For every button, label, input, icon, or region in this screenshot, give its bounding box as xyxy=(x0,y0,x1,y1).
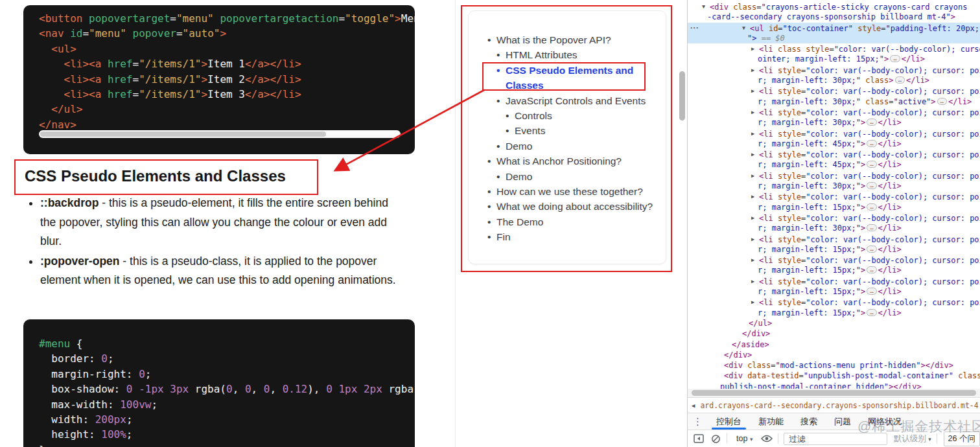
toc-item[interactable]: Events xyxy=(505,123,662,138)
toc-item[interactable]: Controls xyxy=(505,108,662,123)
page-root: <button popovertarget="menu" popovertarg… xyxy=(0,0,980,447)
tree-line[interactable]: <div data-testid="unpublish-post-modal-c… xyxy=(688,371,980,381)
toc-item[interactable]: HTML Attributes xyxy=(496,47,662,62)
tree-line[interactable]: r; margin-left: 30px;">…</li> xyxy=(688,181,980,191)
tree-line[interactable]: ▶<li style="color: var(--body-color); cu… xyxy=(688,212,980,223)
tree-line[interactable]: publish-post-modal-container hidden"></d… xyxy=(688,382,980,389)
console-tab[interactable]: 问题 xyxy=(826,413,859,430)
code-line: <ul> xyxy=(39,41,415,56)
column-divider xyxy=(455,0,456,447)
context-selector[interactable]: top ▾ xyxy=(736,434,752,443)
console-tab[interactable]: 控制台 xyxy=(708,413,750,430)
tree-line[interactable]: ▶<li style="color: var(--body-color); cu… xyxy=(688,107,980,117)
more-actions-icon[interactable]: ··· xyxy=(690,23,699,32)
tree-line[interactable]: r; margin-left: 30px;">…</li> xyxy=(688,117,980,128)
breadcrumb-parent-node[interactable]: ard.crayons-card--secondary.crayons-spon… xyxy=(700,401,978,410)
toc-item[interactable]: What is Anchor Positioning? xyxy=(487,154,662,168)
tree-line[interactable]: r; margin-left: 15px;">…</li> xyxy=(688,265,980,275)
section-heading: CSS Pseudo Elements and Classes xyxy=(25,167,286,185)
page-scrollbar[interactable] xyxy=(679,71,685,120)
code-line: width: 200px; xyxy=(39,412,415,427)
tree-line[interactable]: r; margin-left: 15px;">…</li> xyxy=(688,244,980,255)
toc-item[interactable]: The Demo xyxy=(487,214,662,229)
tree-line[interactable]: </aside> xyxy=(688,339,980,350)
code-line: height: 100%; xyxy=(39,427,415,442)
tree-line[interactable]: ▶<li style="color: var(--body-color); cu… xyxy=(688,234,980,244)
toc-item[interactable]: What is the Popover API? xyxy=(487,32,662,47)
code-line: <li><a href="/items/1">Item 1</a></li> xyxy=(39,56,415,71)
tree-line[interactable]: ▶<li style="color: var(--body-color); cu… xyxy=(688,191,980,201)
code-horizontal-scrollbar[interactable] xyxy=(39,130,401,138)
console-sidebar-icon[interactable] xyxy=(693,432,705,445)
tree-line[interactable]: ▼<div class="crayons-article-sticky cray… xyxy=(688,1,980,12)
toc-item[interactable]: Fin xyxy=(487,229,662,244)
tree-line[interactable]: ▶<li class style="color: var(--body-colo… xyxy=(688,43,980,54)
toc-item-active[interactable]: CSS Pseudo Elements and Classes xyxy=(496,63,635,93)
console-tab[interactable]: 搜索 xyxy=(792,413,826,430)
tree-line[interactable]: ▶<li style="color: var(--body-color); cu… xyxy=(688,86,980,96)
breadcrumb: ◀ ard.crayons-card--secondary.crayons-sp… xyxy=(688,397,980,413)
html-code-block: <button popovertarget="menu" popovertarg… xyxy=(23,5,415,154)
tree-line[interactable]: r; margin-left: 15px;">…</li> xyxy=(688,202,980,212)
tree-line[interactable]: ▶<li style="color: var(--body-color); cu… xyxy=(688,149,980,159)
tree-line[interactable]: r; margin-left: 45px;">…</li> xyxy=(688,139,980,149)
code-line: </ul> xyxy=(39,102,415,117)
breadcrumb-back-icon[interactable]: ◀ xyxy=(692,402,695,409)
devtools-panel: ▼<div class="crayons-article-sticky cray… xyxy=(687,0,980,447)
toc-item[interactable]: How can we use these together? xyxy=(487,184,662,199)
article-bullet-list: ::backdrop - this is a pseudo-element, i… xyxy=(23,194,406,291)
console-tab[interactable]: 新功能 xyxy=(750,413,792,430)
toc-list: What is the Popover API?HTML AttributesC… xyxy=(487,32,662,245)
code-line: <li><a href="/items/1">Item 3</a></li> xyxy=(39,87,415,102)
toc-item[interactable]: JavaScript Controls and Events xyxy=(496,93,662,108)
code-line: } xyxy=(39,442,415,447)
toc-item[interactable]: What we doing about accessibility? xyxy=(487,199,662,214)
tree-line[interactable]: r; margin-left: 30px;" class>…</li> xyxy=(688,75,980,86)
watermark: @稀土掘金技术社区 xyxy=(858,417,980,435)
tree-line[interactable]: r; margin-left: 30px;" class="active">…<… xyxy=(688,97,980,107)
tree-line[interactable]: ▶<li style="color: var(--body-color); cu… xyxy=(688,276,980,286)
tree-line[interactable]: </div> xyxy=(688,328,980,339)
code-line: box-shadow: 0 -1px 3px rgba(0, 0, 0, 0.1… xyxy=(39,382,415,396)
tree-line[interactable]: </ul> xyxy=(688,318,980,328)
toc-item[interactable]: Demo xyxy=(496,169,662,184)
chevron-down-icon: ▾ xyxy=(928,436,931,442)
tree-line[interactable]: ▶<li style="color: var(--body-color); cu… xyxy=(688,65,980,75)
elements-tree: ▼<div class="crayons-article-sticky cray… xyxy=(688,0,980,389)
code-line: <nav id="menu" popover="auto"> xyxy=(39,26,415,41)
clear-console-icon[interactable] xyxy=(710,432,721,445)
toolbar-divider xyxy=(778,433,778,444)
code-line: <li><a href="/items/1">Item 2</a></li> xyxy=(39,72,415,87)
kebab-menu-icon[interactable]: ⋮ xyxy=(688,416,708,428)
toc-item[interactable]: Demo xyxy=(496,139,662,154)
code-line: border: 0; xyxy=(39,351,415,366)
bullet-item: ::backdrop - this is a pseudo-element, i… xyxy=(40,194,403,251)
tree-line[interactable]: </div> xyxy=(688,350,980,360)
live-expression-eye-icon[interactable] xyxy=(761,432,773,445)
tree-line[interactable]: ▶<li style="color: var(--body-color); cu… xyxy=(688,170,980,181)
tree-line[interactable]: ▶<li style="color: var(--body-color); cu… xyxy=(688,297,980,307)
tree-line[interactable]: r; margin-left: 45px;">…</li> xyxy=(688,159,980,170)
tree-line[interactable]: r; margin-left: 15px;">…</li> xyxy=(688,286,980,297)
code-scrollbar-thumb[interactable] xyxy=(40,132,326,137)
code-line: <button popovertarget="menu" popovertarg… xyxy=(39,11,415,26)
tree-line[interactable]: ointer; margin-left: 15px;">…</li> xyxy=(688,54,980,64)
tree-line[interactable]: <div class="mod-actions-menu print-hidde… xyxy=(688,360,980,371)
tree-line[interactable]: ▶<li style="color: var(--body-color); cu… xyxy=(688,128,980,139)
tree-line[interactable]: ▶<li style="color: var(--body-color); cu… xyxy=(688,255,980,265)
tree-line[interactable]: "> == $0 xyxy=(688,33,980,43)
tree-line[interactable]: -card--secondary crayons-sponsorship bil… xyxy=(688,12,980,22)
tree-line[interactable]: ▼<ul id="toc-container" style="padding-l… xyxy=(688,23,980,33)
toolbar-divider xyxy=(727,433,727,444)
css-code-block: #menu { border: 0; margin-right: 0; box-… xyxy=(23,319,415,447)
chevron-down-icon: ▾ xyxy=(750,436,753,442)
devtools-horizontal-scrollbar[interactable] xyxy=(688,389,980,397)
code-line: #menu { xyxy=(39,336,415,351)
code-line: margin-right: 0; xyxy=(39,367,415,382)
devtools-scrollbar-thumb[interactable] xyxy=(692,390,976,396)
tree-line[interactable]: r; margin-left: 15px;">…</li> xyxy=(688,308,980,318)
code-line: max-width: 100vw; xyxy=(39,397,415,412)
tree-line[interactable]: r; margin-left: 30px;">…</li> xyxy=(688,223,980,233)
css-code: #menu { border: 0; margin-right: 0; box-… xyxy=(23,319,415,447)
bullet-item: :popover-open - this is a pseudo-class, … xyxy=(40,252,403,290)
